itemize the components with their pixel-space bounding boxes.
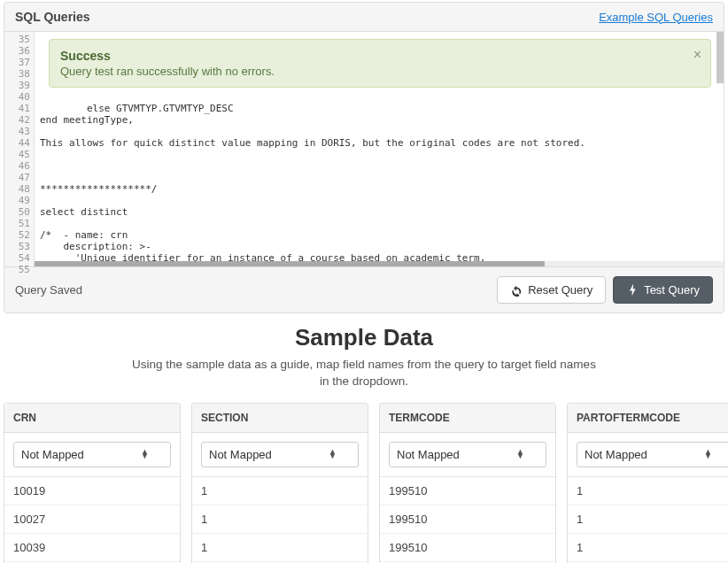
panel-title: SQL Queries (15, 10, 90, 24)
sample-columns: CRNNot Mapped▲▼10019100271003910003SECTI… (0, 403, 728, 563)
mapping-select[interactable]: Not Mapped▲▼ (577, 442, 728, 467)
data-cell: 1 (568, 477, 728, 505)
data-cell: 1 (192, 534, 368, 562)
mapping-select-wrap: Not Mapped▲▼ (568, 433, 728, 477)
code-line: end meetingType, (40, 114, 718, 126)
sample-column: SECTIONNot Mapped▲▼1111 (191, 403, 368, 563)
code-line: select distinct (40, 206, 718, 218)
sample-column: TERMCODENot Mapped▲▼19951019951019951019… (379, 403, 556, 563)
data-cell: 10027 (4, 505, 180, 534)
column-header: SECTION (192, 404, 368, 433)
column-header: TERMCODE (380, 404, 555, 433)
refresh-icon (510, 284, 523, 297)
code-line (40, 149, 718, 160)
code-line: This allows for quick distinct value map… (40, 137, 718, 149)
reset-query-label: Reset Query (528, 283, 592, 297)
data-cell: 199510 (380, 534, 555, 562)
mapping-select-wrap: Not Mapped▲▼ (4, 433, 180, 477)
test-query-button[interactable]: Test Query (613, 276, 713, 304)
sample-data-title: Sample Data (0, 324, 728, 351)
mapping-select[interactable]: Not Mapped▲▼ (201, 442, 359, 467)
success-alert: Success Query test ran successfully with… (49, 39, 711, 88)
code-line (40, 91, 718, 103)
editor-gutter: 3536373839404142434445464748495051525354… (4, 32, 35, 266)
mapping-select[interactable]: Not Mapped▲▼ (13, 442, 171, 467)
sample-data-subtitle: Using the sample data as a guide, map fi… (0, 357, 728, 390)
mapping-select-wrap: Not Mapped▲▼ (192, 433, 368, 477)
mapping-select[interactable]: Not Mapped▲▼ (389, 442, 546, 467)
panel-header: SQL Queries Example SQL Queries (4, 3, 724, 32)
horizontal-scrollbar-thumb[interactable] (35, 261, 545, 266)
code-line: /* - name: crn (40, 229, 718, 241)
data-cell: 1 (568, 534, 728, 562)
data-cell: 1 (192, 505, 368, 534)
code-line: else GTVMTYP.GTVMTYP_DESC (40, 103, 718, 114)
bolt-icon (626, 284, 639, 297)
alert-title: Success (60, 49, 684, 63)
data-cell: 199510 (380, 505, 555, 534)
example-queries-link[interactable]: Example SQL Queries (599, 11, 713, 24)
code-line: description: >- (40, 241, 718, 252)
code-line (40, 195, 718, 206)
mapping-select-value: Not Mapped (585, 448, 647, 461)
code-line (40, 172, 718, 183)
horizontal-scrollbar-track[interactable] (35, 261, 724, 266)
query-saved-status: Query Saved (15, 283, 82, 297)
caret-sort-icon: ▲▼ (704, 450, 712, 459)
mapping-select-wrap: Not Mapped▲▼ (380, 433, 555, 477)
mapping-select-value: Not Mapped (209, 448, 272, 461)
sample-column: CRNNot Mapped▲▼10019100271003910003 (4, 403, 181, 563)
mapping-select-value: Not Mapped (397, 448, 460, 461)
reset-query-button[interactable]: Reset Query (497, 276, 606, 304)
caret-sort-icon: ▲▼ (516, 450, 524, 459)
sample-column: PARTOFTERMCODENot Mapped▲▼111 (567, 403, 728, 563)
code-editor[interactable]: 3536373839404142434445464748495051525354… (4, 32, 724, 266)
caret-sort-icon: ▲▼ (329, 450, 337, 459)
footer-buttons: Reset Query Test Query (497, 276, 713, 304)
sql-queries-panel: SQL Queries Example SQL Queries 35363738… (4, 2, 724, 313)
code-line (40, 160, 718, 172)
code-line (40, 218, 718, 229)
data-cell: 10039 (4, 534, 180, 562)
data-cell: 1 (192, 477, 368, 505)
data-cell: 10019 (4, 477, 180, 505)
panel-footer: Query Saved Reset Query Test Query (4, 266, 724, 312)
caret-sort-icon: ▲▼ (141, 450, 149, 459)
code-line: *******************/ (40, 183, 718, 195)
test-query-label: Test Query (644, 283, 700, 297)
column-header: PARTOFTERMCODE (568, 404, 728, 433)
code-line (40, 126, 718, 137)
alert-message: Query test ran successfully with no erro… (60, 65, 684, 78)
data-cell: 199510 (380, 477, 555, 505)
mapping-select-value: Not Mapped (21, 448, 84, 461)
close-icon[interactable]: × (693, 47, 701, 63)
data-cell: 1 (568, 505, 728, 534)
vertical-scrollbar[interactable] (716, 32, 724, 83)
column-header: CRN (4, 404, 180, 433)
